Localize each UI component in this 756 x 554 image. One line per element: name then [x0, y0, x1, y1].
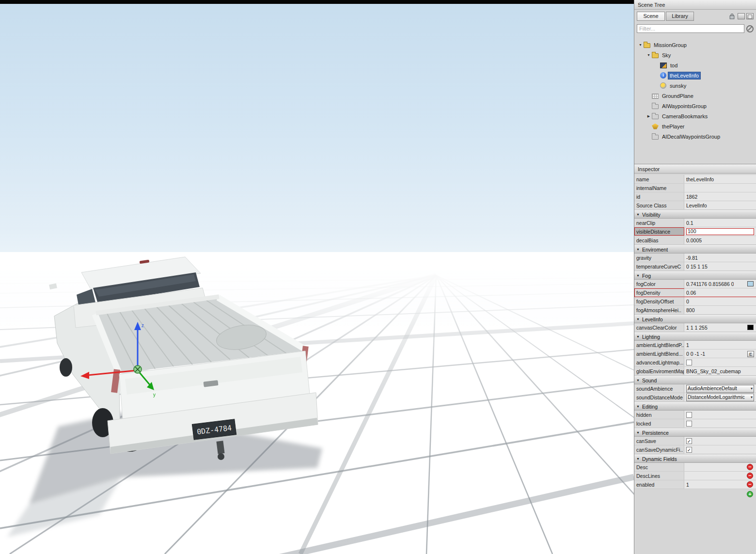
prop-label[interactable]: visibleDistance [634, 227, 684, 236]
tree-node-CameraBookmarks[interactable]: ▶CameraBookmarks [634, 111, 756, 121]
section-header-fog[interactable]: ▼Fog [634, 271, 756, 280]
section-header-persistence[interactable]: ▼Persistence [634, 428, 756, 437]
prop-value: 1862 [684, 192, 756, 201]
prop-value: theLevelInfo [684, 175, 756, 183]
folder-gray-icon [652, 114, 659, 119]
clear-filter-icon[interactable] [746, 25, 754, 32]
filter-input[interactable] [637, 24, 744, 33]
dropdown[interactable]: AudioAmbienceDefault▾ [686, 385, 754, 393]
float-panel-icon[interactable] [746, 13, 754, 19]
expander-icon[interactable]: ▼ [646, 53, 652, 57]
prop-value: 1− [684, 480, 756, 489]
value-input[interactable]: 100 [686, 228, 754, 235]
prop-row-ambientLightBlendP-: ambientLightBlendP..1 [634, 341, 756, 349]
prop-label: fogDensity [634, 288, 684, 297]
dropdown[interactable]: DistanceModelLogarithmic▾ [686, 394, 754, 401]
tree-node-GroundPlane[interactable]: GroundPlane [634, 91, 756, 101]
section-title: Visibility [642, 212, 661, 218]
viewport-scene: 0DZ-4784 z y [0, 0, 634, 554]
tree-node-AIDecalWaypointsGroup[interactable]: AIDecalWaypointsGroup [634, 131, 756, 142]
tab-library[interactable]: Library [666, 12, 694, 21]
value-text[interactable]: 0 0 -1 -1 [686, 351, 705, 357]
value-text[interactable]: 0.0005 [686, 237, 702, 243]
prop-value: − [684, 472, 756, 480]
value-text[interactable]: 1 1 1 255 [686, 325, 708, 331]
inspector-rows: nametheLevelInfointernalNameid1862Source… [634, 174, 756, 499]
tree-node-label: sunsky [668, 82, 688, 89]
value-text[interactable]: BNG_Sky_02_cubemap [686, 368, 741, 374]
svg-text:y: y [153, 392, 156, 397]
front-left-wheel [60, 358, 72, 377]
tree-node-sunsky[interactable]: sunsky [634, 80, 756, 91]
value-text[interactable]: LevelInfo [686, 203, 707, 208]
section-header-dynamic-fields[interactable]: ▼Dynamic Fields [634, 455, 756, 463]
prop-value: 0.1 [684, 219, 756, 227]
prop-value: AudioAmbienceDefault▾ [684, 384, 756, 393]
collapse-arrow-icon: ▼ [636, 317, 640, 321]
section-header-editing[interactable]: ▼Editing [634, 402, 756, 411]
expander-icon[interactable]: ▼ [637, 43, 644, 47]
prop-value: 0 15 1 15 [684, 262, 756, 270]
value-text[interactable]: theLevelInfo [686, 176, 714, 182]
section-header-lighting[interactable]: ▼Lighting [634, 332, 756, 341]
prop-label: canvasClearColor [634, 323, 684, 332]
tree-node-tod[interactable]: tod [634, 60, 756, 70]
remove-field-button[interactable]: − [747, 473, 753, 479]
prop-value: − [684, 463, 756, 471]
expand-value-button[interactable]: E [747, 351, 754, 357]
prop-row-nearClip: nearClip0.1 [634, 219, 756, 227]
checkbox[interactable] [686, 412, 692, 418]
prop-row-name: nametheLevelInfo [634, 175, 756, 184]
value-text[interactable]: 0 [686, 299, 689, 304]
value-text[interactable]: 0.1 [686, 220, 693, 226]
dropdown-value: AudioAmbienceDefault [688, 386, 751, 391]
section-title: Editing [642, 404, 658, 410]
prop-label: globalEnviromentMap [634, 367, 684, 375]
checkbox[interactable]: ✓ [686, 438, 692, 444]
value-text[interactable]: 0.741176 0.815686 0 [686, 281, 734, 287]
tree-node-MissionGroup[interactable]: ▼MissionGroup [634, 40, 756, 50]
value-text[interactable]: 1 [686, 342, 689, 348]
value-text[interactable]: 1 [686, 482, 689, 488]
section-header-sound[interactable]: ▼Sound [634, 376, 756, 384]
prop-value: 1 [684, 341, 756, 349]
prop-value: 0.0005 [684, 236, 756, 244]
value-text[interactable]: 1862 [686, 194, 697, 200]
prop-label: fogColor [634, 280, 684, 288]
section-header-enviroment[interactable]: ▼Enviroment [634, 245, 756, 253]
tree-node-Sky[interactable]: ▼Sky [634, 50, 756, 60]
expander-icon[interactable]: ▶ [646, 114, 652, 118]
color-swatch[interactable] [747, 281, 754, 286]
tree-node-AIWaypointsGroup[interactable]: AIWaypointsGroup [634, 101, 756, 111]
lock-icon[interactable] [729, 13, 736, 19]
prop-label: temperatureCurveC [634, 262, 684, 270]
checkbox[interactable] [686, 360, 692, 365]
value-text[interactable]: -9.81 [686, 255, 698, 261]
collapse-arrow-icon: ▼ [636, 379, 640, 382]
value-text[interactable]: 800 [686, 307, 695, 313]
prop-row-DescLines: DescLines− [634, 472, 756, 480]
section-header-levelinfo[interactable]: ▼LevelInfo [634, 315, 756, 323]
dock-panel-icon[interactable] [738, 13, 745, 19]
viewport[interactable]: 0DZ-4784 z y [0, 0, 634, 554]
prop-row-fogDensityOffset: fogDensityOffset0 [634, 297, 756, 306]
add-field-button[interactable]: + [747, 491, 753, 497]
remove-field-button[interactable]: − [747, 481, 753, 488]
collapse-arrow-icon: ▼ [636, 335, 640, 338]
tree-node-thePlayer[interactable]: thePlayer [634, 121, 756, 131]
collapse-arrow-icon: ▼ [636, 213, 640, 216]
checkbox[interactable] [686, 421, 692, 427]
color-swatch[interactable] [747, 325, 754, 330]
checkbox[interactable]: ✓ [686, 447, 692, 453]
tab-scene[interactable]: Scene [637, 12, 665, 21]
folder-icon [644, 43, 650, 48]
chevron-down-icon: ▾ [751, 395, 753, 399]
folder-icon [652, 53, 659, 58]
prop-row-fogColor: fogColor0.741176 0.815686 0 [634, 280, 756, 288]
value-text[interactable]: 0.06 [686, 290, 696, 296]
remove-field-button[interactable]: − [747, 464, 753, 470]
prop-label: Desc [634, 463, 684, 471]
section-header-visibility[interactable]: ▼Visibility [634, 210, 756, 219]
value-text[interactable]: 0 15 1 15 [686, 264, 708, 269]
tree-node-theLevelInfo[interactable]: theLevelInfo [634, 70, 756, 80]
